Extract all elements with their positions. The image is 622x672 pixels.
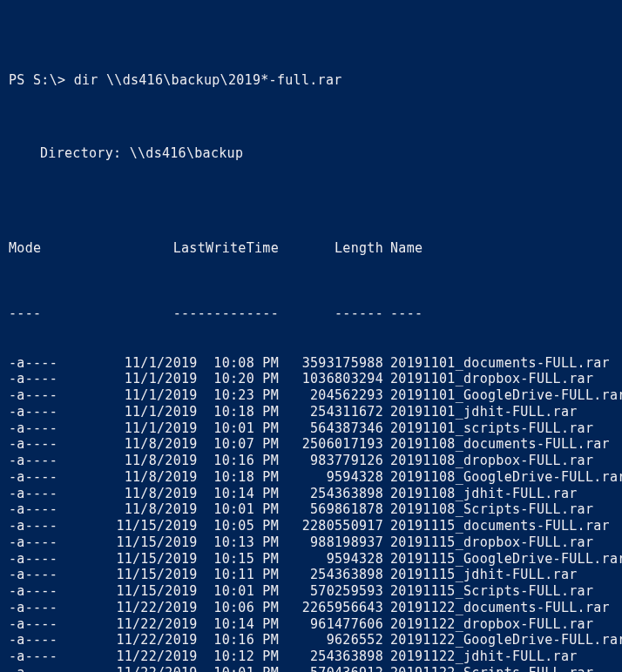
sep-lwt: -------------	[87, 306, 279, 322]
cell-name: 20191101_scripts-FULL.rar	[383, 420, 593, 437]
table-row: -a----11/15/2019 10:11 PM254363898201911…	[9, 567, 613, 583]
cell-lastwritetime: 11/8/2019 10:18 PM	[87, 469, 279, 486]
cell-length: 569861878	[279, 501, 383, 518]
table-row: -a----11/22/2019 10:16 PM962655220191122…	[9, 632, 613, 648]
cell-name: 20191108_dropbox-FULL.rar	[383, 453, 593, 469]
cell-name: 20191122_jdhit-FULL.rar	[383, 648, 578, 665]
cell-name: 20191101_jdhit-FULL.rar	[383, 404, 578, 420]
cell-length: 983779126	[279, 453, 383, 469]
cell-name: 20191108_Scripts-FULL.rar	[383, 501, 593, 518]
cell-name: 20191101_dropbox-FULL.rar	[383, 371, 593, 387]
table-row: -a----11/22/2019 10:12 PM254363898201911…	[9, 648, 613, 665]
table-row: -a---- 11/1/2019 10:08 PM359317598820191…	[9, 355, 613, 372]
prompt-line[interactable]: PS S:\> dir \\ds416\backup\2019*-full.ra…	[9, 72, 613, 89]
table-row: -a---- 11/8/2019 10:07 PM250601719320191…	[9, 436, 613, 453]
table-row: -a---- 11/8/2019 10:18 PM959432820191108…	[9, 469, 613, 486]
cell-length: 254363898	[279, 648, 383, 665]
cell-length: 961477606	[279, 616, 383, 633]
cell-name: 20191115_Scripts-FULL.rar	[383, 583, 593, 600]
table-row: -a----11/15/2019 10:05 PM228055091720191…	[9, 518, 613, 534]
cell-lastwritetime: 11/22/2019 10:14 PM	[87, 616, 279, 633]
directory-label: Directory: \\ds416\backup	[9, 145, 613, 162]
cell-lastwritetime: 11/1/2019 10:20 PM	[87, 371, 279, 387]
cell-mode: -a----	[9, 665, 87, 672]
sep-len: ------	[279, 306, 383, 322]
cell-lastwritetime: 11/15/2019 10:13 PM	[87, 534, 279, 551]
cell-lastwritetime: 11/1/2019 10:01 PM	[87, 420, 279, 437]
cell-lastwritetime: 11/15/2019 10:15 PM	[87, 551, 279, 568]
table-row: -a---- 11/1/2019 10:20 PM103680329420191…	[9, 371, 613, 387]
cell-mode: -a----	[9, 534, 87, 551]
cell-lastwritetime: 11/22/2019 10:01 PM	[87, 665, 279, 672]
header-mode: Mode	[9, 240, 87, 257]
cell-mode: -a----	[9, 453, 87, 469]
cell-length: 9594328	[279, 551, 383, 568]
cell-mode: -a----	[9, 518, 87, 534]
table-header-row: ModeLastWriteTimeLengthName	[9, 225, 613, 258]
cell-mode: -a----	[9, 436, 87, 453]
cell-mode: -a----	[9, 486, 87, 502]
table-row: -a----11/15/2019 10:13 PM988198937201911…	[9, 534, 613, 551]
cell-mode: -a----	[9, 583, 87, 600]
table-separator-row: ---------------------------	[9, 290, 613, 323]
cell-mode: -a----	[9, 371, 87, 387]
cell-mode: -a----	[9, 632, 87, 648]
cell-mode: -a----	[9, 355, 87, 372]
cell-length: 254363898	[279, 486, 383, 502]
header-length: Length	[279, 240, 383, 257]
cell-name: 20191108_GoogleDrive-FULL.rar	[383, 469, 622, 486]
cell-lastwritetime: 11/8/2019 10:07 PM	[87, 436, 279, 453]
cell-length: 254311672	[279, 404, 383, 420]
cell-lastwritetime: 11/8/2019 10:16 PM	[87, 453, 279, 469]
header-name: Name	[383, 240, 423, 257]
cell-mode: -a----	[9, 567, 87, 583]
cell-name: 20191115_dropbox-FULL.rar	[383, 534, 593, 551]
table-row: -a---- 11/8/2019 10:16 PM983779126201911…	[9, 453, 613, 469]
sep-mode: ----	[9, 306, 87, 322]
cell-name: 20191122_documents-FULL.rar	[383, 600, 610, 616]
cell-lastwritetime: 11/1/2019 10:08 PM	[87, 355, 279, 372]
table-row: -a----11/15/2019 10:15 PM959432820191115…	[9, 551, 613, 568]
cell-length: 2265956643	[279, 600, 383, 616]
cell-lastwritetime: 11/22/2019 10:16 PM	[87, 632, 279, 648]
table-row: -a---- 11/1/2019 10:23 PM204562293201911…	[9, 387, 613, 404]
table-row: -a---- 11/1/2019 10:01 PM564387346201911…	[9, 420, 613, 437]
cell-length: 1036803294	[279, 371, 383, 387]
cell-lastwritetime: 11/22/2019 10:06 PM	[87, 600, 279, 616]
cell-length: 988198937	[279, 534, 383, 551]
cell-length: 2506017193	[279, 436, 383, 453]
cell-mode: -a----	[9, 616, 87, 633]
cell-name: 20191122_Scripts-FULL.rar	[383, 665, 593, 672]
cell-name: 20191122_dropbox-FULL.rar	[383, 616, 593, 633]
cell-lastwritetime: 11/15/2019 10:11 PM	[87, 567, 279, 583]
cell-name: 20191115_GoogleDrive-FULL.rar	[383, 551, 622, 568]
header-lastwritetime: LastWriteTime	[87, 240, 279, 257]
table-row: -a----11/22/2019 10:01 PM570436912201911…	[9, 665, 613, 672]
cell-length: 570436912	[279, 665, 383, 672]
table-row: -a----11/22/2019 10:14 PM961477606201911…	[9, 616, 613, 633]
cell-mode: -a----	[9, 404, 87, 420]
table-body: -a---- 11/1/2019 10:08 PM359317598820191…	[9, 355, 613, 673]
cell-lastwritetime: 11/15/2019 10:05 PM	[87, 518, 279, 534]
table-row: -a----11/15/2019 10:01 PM570259593201911…	[9, 583, 613, 600]
cell-length: 9594328	[279, 469, 383, 486]
cell-lastwritetime: 11/15/2019 10:01 PM	[87, 583, 279, 600]
cell-length: 570259593	[279, 583, 383, 600]
cell-name: 20191108_jdhit-FULL.rar	[383, 486, 578, 502]
cell-name: 20191122_GoogleDrive-FULL.rar	[383, 632, 622, 648]
cell-lastwritetime: 11/8/2019 10:14 PM	[87, 486, 279, 502]
cell-length: 564387346	[279, 420, 383, 437]
cell-mode: -a----	[9, 387, 87, 404]
cell-name: 20191101_documents-FULL.rar	[383, 355, 610, 372]
table-row: -a---- 11/8/2019 10:01 PM569861878201911…	[9, 501, 613, 518]
cell-length: 3593175988	[279, 355, 383, 372]
table-row: -a---- 11/8/2019 10:14 PM254363898201911…	[9, 486, 613, 502]
cell-mode: -a----	[9, 469, 87, 486]
cell-length: 9626552	[279, 632, 383, 648]
sep-name: ----	[383, 306, 423, 322]
cell-name: 20191101_GoogleDrive-FULL.rar	[383, 387, 622, 404]
cell-mode: -a----	[9, 648, 87, 665]
cell-length: 254363898	[279, 567, 383, 583]
table-row: -a---- 11/1/2019 10:18 PM254311672201911…	[9, 404, 613, 420]
table-row: -a----11/22/2019 10:06 PM226595664320191…	[9, 600, 613, 616]
